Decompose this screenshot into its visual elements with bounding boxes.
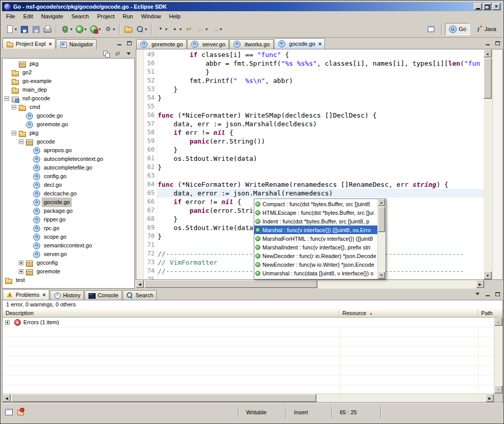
close-tab-icon[interactable]: × [49, 41, 52, 47]
code-line-62[interactable]: } [158, 163, 484, 172]
code-line-57[interactable]: data, err := json.Marshal(decldescs) [158, 120, 484, 128]
tree-item-server.go[interactable]: server.go [3, 250, 134, 259]
popup-scrollbar[interactable]: ▲ ▼ [377, 199, 386, 279]
scroll-up-icon[interactable]: ▲ [484, 49, 492, 58]
tree-item-decl.go[interactable]: decl.go [3, 181, 134, 189]
tree-item-goconfig[interactable]: goconfig [3, 259, 134, 267]
debug-button[interactable]: ▾ [60, 22, 74, 36]
code-line-59[interactable]: panic(err.String()) [158, 137, 484, 146]
maximize-view-button[interactable] [125, 39, 134, 47]
tree-item-gocode[interactable]: gocode [3, 137, 134, 146]
dropdown-arrow-icon[interactable]: ▾ [99, 27, 101, 32]
dropdown-arrow-icon[interactable]: ▾ [205, 27, 207, 32]
minimize-editor-button[interactable] [483, 39, 492, 47]
dropdown-arrow-icon[interactable]: ▾ [84, 27, 86, 32]
completion-item[interactable]: Marshal : func(v interface{}) ([]uint8, … [254, 225, 377, 234]
perspective-go-button[interactable]: Go [445, 23, 470, 35]
tree-expander[interactable] [12, 105, 16, 109]
show-view-icon[interactable] [16, 408, 25, 416]
completion-item[interactable]: MarshalForHTML : func(v interface{}) ([]… [254, 234, 377, 243]
scrollbar-thumb[interactable] [378, 207, 385, 232]
external-tools-button[interactable]: ⚙▾ [102, 22, 116, 36]
tree-item-test[interactable]: test [3, 276, 134, 285]
completion-item[interactable]: NewDecoder : func(r io.Reader) *json.Dec… [254, 251, 377, 260]
view-tab-history[interactable]: History [50, 290, 84, 300]
save-all-button[interactable] [30, 22, 42, 36]
problems-row[interactable]: ×Errors (1 item) [3, 318, 494, 327]
tree-item-autocompletecontext.go[interactable]: autocompletecontext.go [3, 155, 134, 163]
scroll-up-icon[interactable]: ▲ [378, 199, 385, 206]
completion-item[interactable]: Unmarshal : func(data []uint8, v interfa… [254, 269, 377, 277]
close-button[interactable]: × [492, 3, 500, 10]
perspective-java-button[interactable]: Java [471, 23, 500, 35]
view-tab-problems[interactable]: Problems× [3, 289, 49, 300]
dropdown-arrow-icon[interactable]: ▾ [145, 27, 147, 32]
tree-item-go-example[interactable]: go-example [3, 77, 134, 86]
scrollbar-thumb[interactable] [144, 280, 317, 288]
menu-file[interactable]: File [2, 12, 19, 20]
dropdown-arrow-icon[interactable]: ▾ [220, 27, 222, 32]
code-line-58[interactable]: if err != nil { [158, 128, 484, 137]
tree-item-rpc.go[interactable]: rpc.go [3, 224, 134, 233]
run-button[interactable]: ▾ [74, 22, 88, 36]
tree-item-autocompletefile.go[interactable]: autocompletefile.go [3, 163, 134, 172]
menu-help[interactable]: Help [165, 12, 185, 20]
tree-item-gocode.go[interactable]: gocode.go [3, 198, 134, 207]
tree-item-apropos.go[interactable]: apropos.go [3, 146, 134, 155]
annotation-ruler[interactable] [136, 49, 144, 279]
tree-item-semanticcontext.go[interactable]: semanticcontext.go [3, 241, 134, 250]
save-button[interactable] [18, 22, 30, 36]
tree-item-goremote[interactable]: goremote [3, 267, 134, 276]
minimize-view-button[interactable] [483, 290, 492, 298]
code-line-64[interactable]: func (*NiceFormatter) WriteRename(rename… [158, 180, 484, 189]
scroll-down-icon[interactable]: ▼ [378, 272, 385, 279]
code-line-60[interactable]: } [158, 146, 484, 154]
completion-item[interactable]: MarshalIndent : func(v interface{}, pref… [254, 243, 377, 251]
tree-item-scope.go[interactable]: scope.go [3, 233, 134, 241]
code-line-50[interactable]: abbr = fmt.Sprintf("%s %s%s", classes[i]… [158, 59, 484, 68]
completion-item[interactable]: NewEncoder : func(w io.Writer) *json.Enc… [254, 260, 377, 269]
scroll-right-icon[interactable]: ▶ [476, 280, 484, 288]
editor-tab-goremote.go[interactable]: goremote.go [136, 39, 187, 49]
scroll-right-icon[interactable]: ▶ [486, 394, 494, 402]
menu-run[interactable]: Run [118, 12, 137, 20]
tree-item-config.go[interactable]: config.go [3, 172, 134, 181]
problems-horizontal-scrollbar[interactable]: ◀ ▶ [3, 393, 494, 402]
back-button[interactable]: ←▾ [195, 22, 209, 36]
titlebar[interactable]: Go - nsf-gocode/src/pkg/gocode/gocode.go… [2, 2, 502, 11]
tree-item-cmd[interactable]: cmd [3, 103, 134, 111]
completion-item[interactable]: Compact : func(dst *bytes.Buffer, src []… [254, 200, 377, 208]
run-last-launch-button[interactable]: ▾ [88, 22, 102, 36]
link-with-editor-button[interactable]: ⇄ [113, 50, 122, 58]
editor-vertical-scrollbar[interactable]: ▲ ▼ [484, 49, 492, 279]
minimize-button[interactable] [474, 3, 482, 10]
editor-tab-server.go[interactable]: server.go [187, 39, 229, 49]
code-line-55[interactable] [158, 102, 484, 111]
scroll-down-icon[interactable]: ▼ [484, 271, 492, 279]
scroll-down-icon[interactable]: ▼ [494, 385, 502, 393]
line-number-ruler[interactable]: 4950515253545556575859606162636465666768… [144, 49, 158, 279]
tree-item-main_dep[interactable]: main_dep [3, 86, 134, 94]
search-button[interactable]: ▾ [134, 22, 149, 36]
code-line-51[interactable]: } [158, 68, 484, 76]
code-line-54[interactable]: } [158, 94, 484, 102]
next-annotation-button[interactable]: ▼▾ [155, 22, 169, 36]
tree-item-ripper.go[interactable]: ripper.go [3, 215, 134, 224]
dropdown-arrow-icon[interactable]: ▾ [15, 27, 17, 32]
editor-tab-itworks.go[interactable]: itworks.go [229, 39, 274, 49]
dropdown-arrow-icon[interactable]: ▾ [113, 27, 115, 32]
collapse-all-button[interactable] [102, 50, 111, 58]
scroll-left-icon[interactable]: ◀ [136, 280, 144, 288]
minimize-view-button[interactable] [115, 39, 124, 47]
scrollbar-thumb[interactable] [11, 394, 316, 402]
editor-horizontal-scrollbar[interactable]: ◀ ▶ [136, 280, 484, 289]
tree-item-goremote.go[interactable]: goremote.go [3, 120, 134, 129]
view-tab-navigator[interactable]: Navigator [56, 39, 97, 49]
code-line-49[interactable]: if classes[i] == "func" { [158, 50, 484, 59]
scroll-left-icon[interactable]: ◀ [3, 394, 11, 402]
restore-button[interactable] [483, 3, 491, 10]
completion-item[interactable]: Indent : func(dst *bytes.Buffer, src []u… [254, 217, 377, 225]
forward-button[interactable]: →▾ [209, 22, 223, 36]
tree-item-declcache.go[interactable]: declcache.go [3, 189, 134, 198]
tree-item-package.go[interactable]: package.go [3, 207, 134, 215]
